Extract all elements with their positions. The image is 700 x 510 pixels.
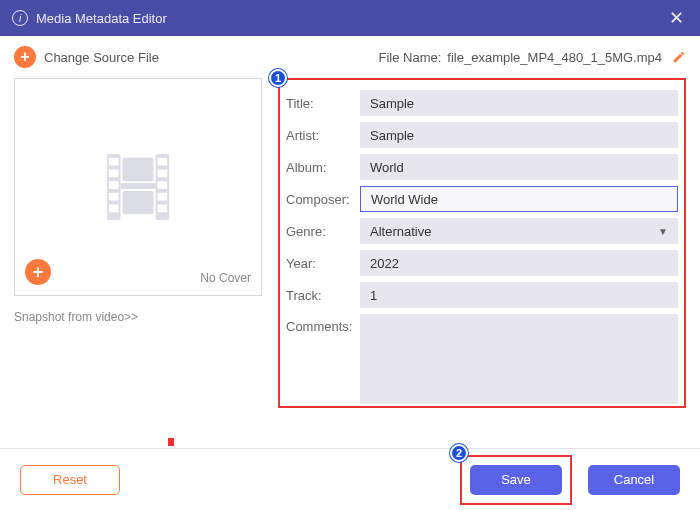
svg-rect-13 (122, 191, 153, 214)
svg-rect-12 (122, 158, 153, 181)
snapshot-link[interactable]: Snapshot from video>> (14, 310, 138, 324)
svg-rect-2 (109, 158, 119, 166)
reset-button[interactable]: Reset (20, 465, 120, 495)
cancel-button[interactable]: Cancel (588, 465, 680, 495)
genre-select[interactable] (360, 218, 678, 244)
album-row: Album: (286, 154, 678, 180)
window-title: Media Metadata Editor (36, 11, 665, 26)
file-name-label: File Name: (379, 50, 442, 65)
svg-rect-3 (109, 170, 119, 178)
track-input[interactable] (360, 282, 678, 308)
close-icon[interactable]: ✕ (665, 7, 688, 29)
cover-preview: + No Cover (14, 78, 262, 296)
annotation-mark (168, 438, 174, 446)
title-row: Title: (286, 90, 678, 116)
svg-rect-7 (157, 158, 167, 166)
title-input[interactable] (360, 90, 678, 116)
footer-bar: Reset 2 Save Cancel (0, 448, 700, 510)
track-row: Track: (286, 282, 678, 308)
svg-rect-9 (157, 181, 167, 189)
svg-rect-8 (157, 170, 167, 178)
no-cover-label: No Cover (200, 271, 251, 285)
svg-rect-14 (121, 183, 156, 189)
fields-column: 1 Title: Artist: Album: Composer: (278, 78, 686, 408)
album-label: Album: (286, 160, 360, 175)
main-panels: + No Cover Snapshot from video>> 1 Title… (14, 78, 686, 408)
film-icon (99, 152, 177, 222)
svg-rect-4 (109, 181, 119, 189)
change-source-label[interactable]: Change Source File (44, 50, 159, 65)
svg-rect-10 (157, 193, 167, 201)
artist-input[interactable] (360, 122, 678, 148)
annotation-box-1: 1 Title: Artist: Album: Composer: (278, 78, 686, 408)
composer-input[interactable] (360, 186, 678, 212)
comments-textarea[interactable] (360, 314, 678, 404)
svg-rect-6 (109, 205, 119, 213)
genre-label: Genre: (286, 224, 360, 239)
artist-row: Artist: (286, 122, 678, 148)
content-area: + Change Source File File Name: file_exa… (0, 36, 700, 408)
change-source-button[interactable]: + (14, 46, 36, 68)
header-row: + Change Source File File Name: file_exa… (14, 46, 686, 68)
info-icon: i (12, 10, 28, 26)
annotation-badge-1: 1 (269, 69, 287, 87)
year-row: Year: (286, 250, 678, 276)
artist-label: Artist: (286, 128, 360, 143)
year-input[interactable] (360, 250, 678, 276)
edit-filename-icon[interactable] (672, 50, 686, 64)
annotation-badge-2: 2 (450, 444, 468, 462)
comments-row: Comments: (286, 314, 678, 404)
titlebar: i Media Metadata Editor ✕ (0, 0, 700, 36)
save-button[interactable]: Save (470, 465, 562, 495)
composer-label: Composer: (286, 192, 360, 207)
add-cover-button[interactable]: + (25, 259, 51, 285)
album-input[interactable] (360, 154, 678, 180)
track-label: Track: (286, 288, 360, 303)
svg-rect-5 (109, 193, 119, 201)
year-label: Year: (286, 256, 360, 271)
genre-row: Genre: ▼ (286, 218, 678, 244)
title-label: Title: (286, 96, 360, 111)
file-name-value: file_example_MP4_480_1_5MG.mp4 (447, 50, 662, 65)
comments-label: Comments: (286, 314, 360, 334)
composer-row: Composer: (286, 186, 678, 212)
svg-rect-11 (157, 205, 167, 213)
annotation-box-2: 2 Save (460, 455, 572, 505)
cover-column: + No Cover Snapshot from video>> (14, 78, 262, 408)
